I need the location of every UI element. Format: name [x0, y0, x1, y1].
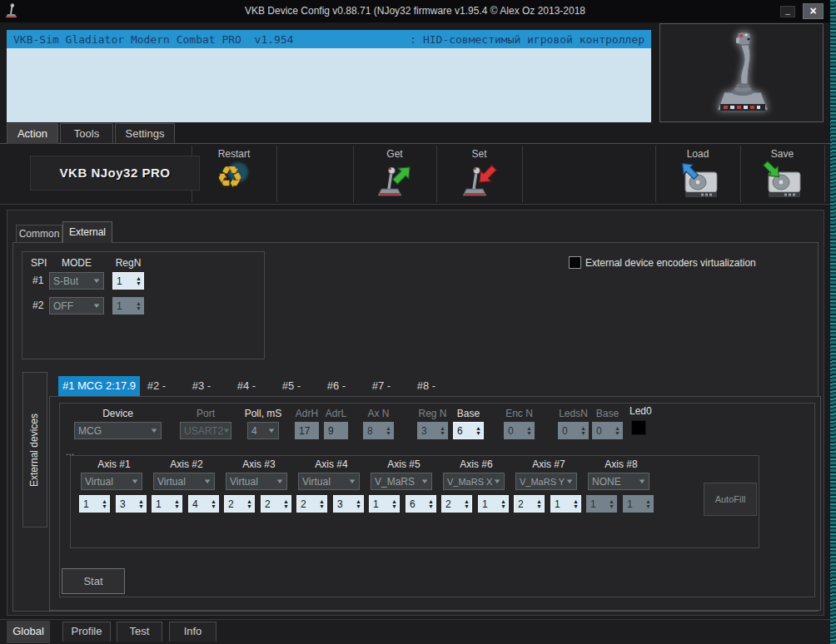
axis5-spinner-b[interactable]: 6▲▼ [406, 495, 436, 513]
footer-tab-global[interactable]: Global [7, 621, 50, 643]
device-dropdown[interactable]: MCG ▼ [74, 422, 162, 439]
spinner-arrows[interactable]: ▲▼ [500, 499, 508, 509]
spinner-down-icon[interactable]: ▼ [136, 306, 142, 311]
axis3-spinner-b[interactable]: 2▲▼ [261, 495, 291, 513]
base2-spinner[interactable]: 0 ▲▼ [592, 422, 623, 439]
axis4-mode-dropdown[interactable]: Virtual▼ [298, 473, 360, 490]
spinner-arrows[interactable]: ▲▼ [609, 499, 616, 509]
spinner-down-icon[interactable]: ▼ [500, 504, 506, 509]
spinner-arrows[interactable]: ▲▼ [136, 301, 143, 311]
spinner-down-icon[interactable]: ▼ [356, 504, 361, 509]
spinner-down-icon[interactable]: ▼ [464, 504, 470, 509]
spinner-arrows[interactable]: ▲▼ [102, 499, 109, 509]
axis4-spinner-b[interactable]: 3▲▼ [333, 495, 364, 513]
spinner-arrows[interactable]: ▲▼ [211, 499, 218, 509]
axis8-mode-dropdown[interactable]: NONE▼ [588, 473, 649, 490]
port-dropdown[interactable]: USART2 ▼ [180, 422, 231, 439]
axis1-spinner-b[interactable]: 3▲▼ [116, 495, 147, 513]
ledsn-spinner[interactable]: 0 ▲▼ [558, 422, 589, 439]
spinner-down-icon[interactable]: ▼ [391, 504, 397, 509]
device-tab-2[interactable]: #2 - [134, 376, 179, 396]
set-button-label[interactable]: Set [436, 148, 522, 160]
save-button-label[interactable]: Save [740, 148, 824, 160]
set-icon[interactable] [461, 162, 498, 202]
spinner-down-icon[interactable]: ▼ [102, 504, 107, 509]
spinner-down-icon[interactable]: ▼ [573, 504, 579, 509]
spinner-arrows[interactable]: ▲▼ [391, 499, 399, 509]
spinner-arrows[interactable]: ▲▼ [246, 499, 254, 509]
axis7-spinner-b[interactable]: 1▲▼ [550, 495, 581, 513]
encoders-virtualization-checkbox[interactable] [569, 256, 581, 269]
spinner-down-icon[interactable]: ▼ [428, 504, 434, 509]
spinner-arrows[interactable]: ▲▼ [475, 426, 483, 436]
base-spinner[interactable]: 6 ▲▼ [453, 422, 484, 439]
restart-icon[interactable]: ♻ [215, 159, 251, 196]
menu-tab-settings[interactable]: Settings [115, 123, 175, 144]
spinner-arrows[interactable]: ▲▼ [615, 426, 622, 436]
axis1-mode-dropdown[interactable]: Virtual▼ [81, 473, 142, 490]
axis5-spinner-a[interactable]: 1▲▼ [369, 495, 400, 513]
spinner-down-icon[interactable]: ▼ [211, 504, 216, 509]
get-button-label[interactable]: Get [353, 148, 436, 160]
footer-tab-profile[interactable]: Profile [62, 622, 111, 642]
axis2-mode-dropdown[interactable]: Virtual▼ [153, 473, 215, 490]
spinner-down-icon[interactable]: ▼ [136, 281, 142, 286]
axis2-spinner-b[interactable]: 4▲▼ [188, 495, 219, 513]
spinner-down-icon[interactable]: ▼ [526, 431, 532, 436]
device-tab-8[interactable]: #8 - [404, 376, 449, 396]
spi2-regn-spinner[interactable]: 1 ▲▼ [112, 297, 144, 315]
device-tab-6[interactable]: #6 - [314, 376, 359, 396]
axis5-mode-dropdown[interactable]: V_MaRS▼ [371, 473, 432, 490]
spinner-down-icon[interactable]: ▼ [138, 504, 144, 509]
spinner-down-icon[interactable]: ▼ [609, 504, 615, 509]
load-button-label[interactable]: Load [655, 148, 740, 160]
adrh-field[interactable]: 17 [295, 422, 319, 439]
spinner-arrows[interactable]: ▲▼ [356, 499, 363, 509]
spinner-arrows[interactable]: ▲▼ [526, 426, 534, 436]
spinner-arrows[interactable]: ▲▼ [174, 499, 182, 509]
autofill-button[interactable]: AutoFill [704, 483, 757, 516]
axis7-spinner-a[interactable]: 2▲▼ [514, 495, 545, 513]
tab-common[interactable]: Common [16, 225, 62, 243]
spinner-down-icon[interactable]: ▼ [246, 504, 252, 509]
spinner-down-icon[interactable]: ▼ [475, 431, 481, 436]
axis4-spinner-a[interactable]: 2▲▼ [296, 495, 327, 513]
side-tab-external-devices[interactable]: External devices [22, 372, 47, 528]
spinner-down-icon[interactable]: ▼ [174, 504, 180, 509]
spinner-down-icon[interactable]: ▼ [536, 504, 542, 509]
poll-dropdown[interactable]: 4 ▼ [247, 422, 279, 439]
save-icon[interactable] [761, 161, 801, 202]
spinner-down-icon[interactable]: ▼ [615, 431, 620, 436]
axis8-spinner-b[interactable]: 1▲▼ [623, 495, 654, 513]
menu-tab-action[interactable]: Action [7, 123, 58, 144]
spi2-mode-dropdown[interactable]: OFF ▼ [49, 297, 104, 315]
spinner-arrows[interactable]: ▲▼ [573, 499, 580, 509]
footer-tab-info[interactable]: Info [169, 622, 216, 642]
axis3-spinner-a[interactable]: 2▲▼ [224, 495, 255, 513]
axis1-spinner-a[interactable]: 1▲▼ [79, 495, 110, 513]
axis8-spinner-a[interactable]: 1▲▼ [586, 495, 617, 513]
axis7-mode-dropdown[interactable]: V_MaRS Y▼ [515, 473, 577, 490]
footer-tab-test[interactable]: Test [117, 622, 162, 642]
regn-spinner[interactable]: 3 ▲▼ [417, 422, 448, 439]
get-icon[interactable] [376, 162, 413, 202]
axis6-spinner-a[interactable]: 2▲▼ [441, 495, 472, 513]
encn-spinner[interactable]: 0 ▲▼ [504, 422, 535, 439]
load-icon[interactable] [678, 161, 718, 202]
device-tab-5[interactable]: #5 - [269, 376, 314, 396]
restart-button-label[interactable]: Restart [192, 148, 276, 160]
spinner-down-icon[interactable]: ▼ [319, 504, 325, 509]
device-tab-3[interactable]: #3 - [179, 376, 224, 396]
spinner-down-icon[interactable]: ▼ [580, 431, 586, 436]
axis3-mode-dropdown[interactable]: Virtual▼ [226, 473, 287, 490]
axis6-spinner-b[interactable]: 1▲▼ [478, 495, 509, 513]
menu-tab-tools[interactable]: Tools [60, 123, 113, 144]
spinner-arrows[interactable]: ▲▼ [386, 426, 393, 436]
device-tab-4[interactable]: #4 - [224, 376, 269, 396]
axn-spinner[interactable]: 8 ▲▼ [363, 422, 394, 439]
device-tab-7[interactable]: #7 - [359, 376, 404, 396]
spinner-down-icon[interactable]: ▼ [283, 504, 289, 509]
stat-button[interactable]: Stat [62, 568, 125, 594]
spinner-arrows[interactable]: ▲▼ [645, 499, 653, 509]
spinner-arrows[interactable]: ▲▼ [283, 499, 291, 509]
